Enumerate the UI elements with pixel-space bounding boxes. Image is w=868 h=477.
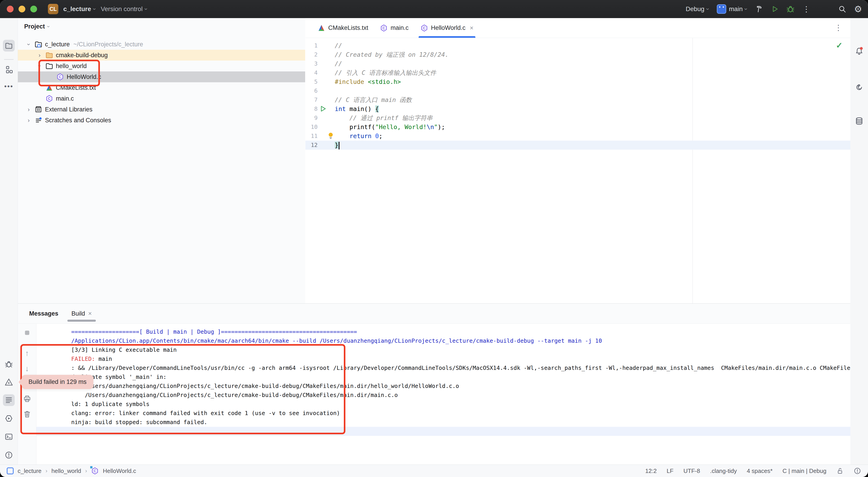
code-text: // 引入 C 语言标准输入输出头文件: [335, 68, 436, 77]
services-toolwindow-icon[interactable]: [4, 414, 13, 423]
clear-all-icon[interactable]: [23, 410, 31, 418]
breadcrumb-item-hello-world[interactable]: hello_world: [52, 468, 81, 475]
zoom-window-button[interactable]: [30, 6, 37, 12]
code-line-8[interactable]: 8int main() {: [305, 105, 850, 114]
code-text: // 通过 printf 输出字符串: [335, 114, 433, 122]
status-item-c-main-debug[interactable]: C | main | Debug: [782, 468, 827, 475]
more-actions-icon[interactable]: ⋮: [802, 4, 810, 13]
chevron-expanded-icon[interactable]: ›: [36, 61, 43, 71]
status-item-utf-8[interactable]: UTF-8: [683, 468, 700, 475]
tree-item-label: HelloWorld.c: [67, 73, 101, 81]
run-config-icon: [717, 4, 726, 14]
chevron-expanded-icon[interactable]: ›: [26, 39, 32, 49]
project-toolwindow-icon[interactable]: [5, 41, 13, 50]
tree-item-cmake-build-debug[interactable]: ›cmake-build-debug: [18, 50, 305, 61]
breadcrumb-item-helloworld-c[interactable]: HelloWorld.c: [103, 468, 136, 475]
readonly-lock-icon[interactable]: [836, 467, 844, 475]
editor-tab-label: CMakeLists.txt: [328, 24, 368, 31]
run-icon[interactable]: [771, 5, 778, 13]
code-line-5[interactable]: 5#include <stdio.h>: [305, 77, 850, 86]
stop-icon[interactable]: [23, 329, 31, 337]
code-line-11[interactable]: 11 return 0;: [305, 131, 850, 141]
chevron-collapsed-icon[interactable]: ›: [24, 106, 34, 113]
tree-item-cmakelists-txt[interactable]: CMakeLists.txt: [18, 82, 305, 93]
tree-item-scratches-and-consoles[interactable]: ›Scratches and Consoles: [18, 115, 305, 126]
build-type-selector[interactable]: Debug ›: [686, 5, 709, 13]
run-config-selector[interactable]: main ›: [717, 4, 747, 14]
status-item-4-spaces-[interactable]: 4 spaces*: [747, 468, 773, 475]
code-line-1[interactable]: 1//: [305, 41, 850, 50]
vcs-menu[interactable]: Version control ›: [101, 5, 147, 13]
editor-tab-main-c[interactable]: Cmain.c: [374, 18, 414, 38]
breadcrumb-item-c-lecture[interactable]: c_lecture: [18, 468, 41, 475]
active-tab-underline: [67, 320, 96, 322]
problems-toolwindow-icon[interactable]: [4, 451, 13, 459]
editor-tab-helloworld-c[interactable]: CHelloWorld.c×: [414, 18, 479, 38]
code-line-2[interactable]: 2// Created by 端正强 on 12/8/24.: [305, 50, 850, 59]
profiler-toolwindow-icon[interactable]: [4, 378, 13, 386]
more-toolwindows-icon[interactable]: •••: [4, 83, 13, 90]
code-text: }: [335, 141, 340, 150]
search-icon[interactable]: [838, 5, 846, 13]
tree-item-path: ~/CLionProjects/c_lecture: [73, 41, 143, 48]
debug-icon[interactable]: [786, 5, 795, 13]
code-text: return 0;: [335, 131, 382, 141]
intention-bulb-icon[interactable]: [327, 132, 334, 139]
build-console[interactable]: ====================[ Build | main | Deb…: [36, 324, 850, 465]
tree-item-main-c[interactable]: Cmain.c: [18, 93, 305, 104]
breadcrumb-separator: ›: [46, 468, 48, 474]
ai-assistant-icon[interactable]: [855, 83, 864, 92]
code-line-12[interactable]: 12}: [305, 141, 850, 150]
chevron-collapsed-icon[interactable]: ›: [24, 117, 34, 124]
tree-item-c-lecture[interactable]: ›c_lecture~/CLionProjects/c_lecture: [18, 39, 305, 50]
next-message-icon[interactable]: ↓: [25, 364, 29, 373]
panel-tab-messages[interactable]: Messages: [24, 304, 63, 324]
build-toolwindow-icon[interactable]: [4, 396, 13, 405]
status-item-lf[interactable]: LF: [666, 468, 673, 475]
status-bar-right: 12:2LFUTF-8.clang-tidy4 spaces*C | main …: [645, 467, 861, 475]
console-line: : && /Library/Developer/CommandLineTools…: [71, 363, 850, 372]
code-line-4[interactable]: 4// 引入 C 语言标准输入输出头文件: [305, 68, 850, 77]
project-panel-header[interactable]: Project ›: [24, 23, 49, 30]
tree-item-helloworld-c[interactable]: CHelloWorld.c: [18, 71, 305, 82]
panel-tab-build[interactable]: Build×: [66, 304, 97, 324]
panel-tab-label: Build: [71, 310, 85, 317]
code-area[interactable]: 1//2// Created by 端正强 on 12/8/24.3//4// …: [305, 38, 850, 303]
run-main-gutter-icon[interactable]: [319, 106, 326, 112]
code-line-3[interactable]: 3//: [305, 59, 850, 68]
close-tab-icon[interactable]: ×: [88, 310, 92, 317]
close-tab-icon[interactable]: ×: [470, 24, 473, 32]
code-line-6[interactable]: 6: [305, 86, 850, 95]
database-toolwindow-icon[interactable]: [855, 117, 864, 126]
code-line-10[interactable]: 10 printf("Hello, World!\n");: [305, 122, 850, 131]
console-line: ====================[ Build | main | Deb…: [71, 327, 850, 336]
run-config-label: main: [729, 5, 743, 13]
code-line-9[interactable]: 9 // 通过 printf 输出字符串: [305, 114, 850, 122]
code-line-7[interactable]: 7// C 语言入口 main 函数: [305, 95, 850, 105]
print-icon[interactable]: [23, 395, 31, 403]
project-menu[interactable]: c_lecture ›: [63, 5, 96, 13]
build-hammer-icon[interactable]: [755, 5, 763, 13]
line-number: 3: [305, 59, 318, 68]
terminal-toolwindow-icon[interactable]: [4, 433, 13, 441]
editor-tab-cmakelists-txt[interactable]: CMakeLists.txt: [312, 18, 374, 38]
prev-message-icon[interactable]: ↑: [25, 349, 29, 358]
status-item--clang-tidy[interactable]: .clang-tidy: [710, 468, 737, 475]
clion-window: CL c_lecture › Version control › Debug ›…: [0, 0, 868, 477]
tree-item-external-libraries[interactable]: ›External Libraries: [18, 104, 305, 115]
notifications-bell-icon[interactable]: [855, 47, 864, 56]
editor-tabbar: CMakeLists.txtCmain.cCHelloWorld.c×: [305, 18, 850, 38]
tree-item-hello-world[interactable]: ›hello_world: [18, 61, 305, 71]
close-window-button[interactable]: [7, 6, 13, 12]
editor-options-icon[interactable]: ⋮: [835, 23, 842, 32]
code-text: int main() {: [335, 105, 379, 114]
error-indicator-icon[interactable]: [854, 467, 861, 475]
debug-toolwindow-icon[interactable]: [4, 360, 13, 368]
folder-project-icon: [34, 40, 43, 49]
minimize-window-button[interactable]: [19, 6, 25, 12]
chevron-collapsed-icon[interactable]: ›: [35, 52, 44, 59]
settings-gear-icon[interactable]: ⚙: [854, 4, 862, 14]
commit-structure-icon[interactable]: [4, 65, 13, 74]
status-item-12-2[interactable]: 12:2: [645, 468, 657, 475]
code-text: #include <stdio.h>: [335, 77, 401, 86]
